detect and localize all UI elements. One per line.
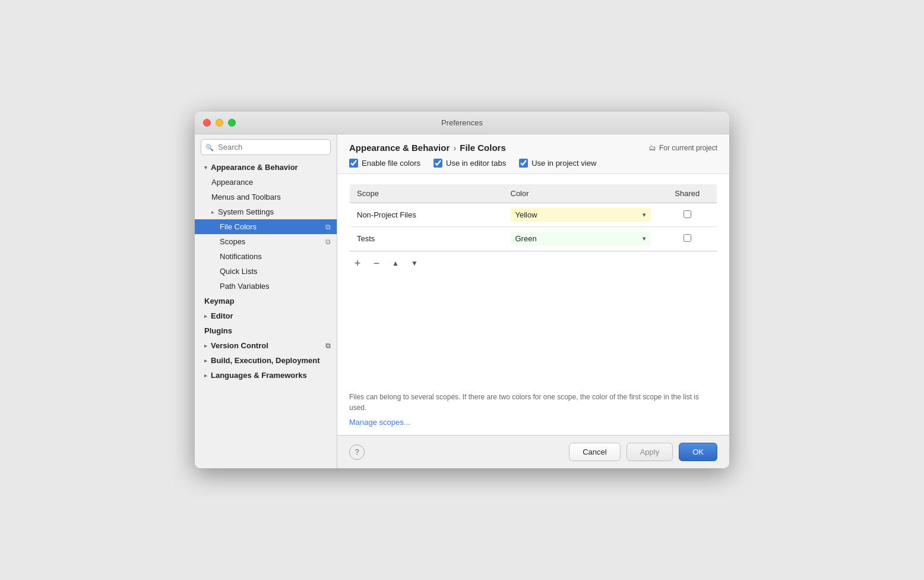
- sidebar-item-label: Path Variables: [220, 282, 270, 291]
- color-cell-yellow[interactable]: Yellow ▾: [504, 203, 658, 227]
- chevron-down-icon: ▾: [204, 165, 207, 171]
- sidebar-item-label: Languages & Frameworks: [211, 371, 307, 380]
- move-down-button[interactable]: ▼: [406, 255, 423, 272]
- sidebar-item-plugins[interactable]: Plugins: [195, 323, 337, 338]
- window-body: 🔍 ▾ Appearance & Behavior Appearance Men…: [195, 134, 729, 468]
- sidebar-item-build-exec-deploy[interactable]: ▸ Build, Execution, Deployment: [195, 353, 337, 368]
- table-area: Scope Color Shared Non-Project Files: [337, 174, 729, 384]
- minimize-button[interactable]: [216, 119, 223, 127]
- breadcrumb-row: Appearance & Behavior › File Colors 🗂 Fo…: [349, 143, 717, 153]
- sidebar-item-system-settings[interactable]: ▸ System Settings: [195, 204, 337, 219]
- table-row[interactable]: Tests Green ▾: [350, 227, 717, 251]
- footer-buttons: Cancel Apply OK: [569, 443, 717, 461]
- use-in-editor-tabs-input[interactable]: [433, 159, 442, 168]
- copy-icon: ⧉: [325, 238, 331, 246]
- search-input[interactable]: [201, 139, 331, 155]
- sidebar-item-version-control[interactable]: ▸ Version Control ⧉: [195, 338, 337, 353]
- use-in-project-view-checkbox[interactable]: Use in project view: [519, 159, 596, 168]
- remove-button[interactable]: −: [368, 255, 385, 272]
- info-area: Files can belong to several scopes. If t…: [337, 384, 729, 435]
- search-icon: 🔍: [205, 143, 214, 151]
- use-in-editor-tabs-checkbox[interactable]: Use in editor tabs: [433, 159, 506, 168]
- col-header-scope: Scope: [350, 184, 504, 203]
- copy-icon: ⧉: [325, 342, 331, 350]
- apply-button[interactable]: Apply: [626, 443, 673, 461]
- use-in-project-view-input[interactable]: [519, 159, 528, 168]
- enable-file-colors-input[interactable]: [349, 159, 358, 168]
- sidebar-item-keymap[interactable]: Keymap: [195, 294, 337, 308]
- checkboxes-row: Enable file colors Use in editor tabs Us…: [349, 159, 717, 168]
- help-button[interactable]: ?: [349, 445, 365, 460]
- color-cell-green[interactable]: Green ▾: [504, 227, 658, 251]
- sidebar-item-notifications[interactable]: Notifications: [195, 249, 337, 264]
- shared-cell[interactable]: [658, 227, 717, 251]
- for-project-label: For current project: [659, 144, 717, 152]
- sidebar-item-label: Build, Execution, Deployment: [211, 356, 319, 365]
- sidebar-item-path-variables[interactable]: Path Variables: [195, 279, 337, 294]
- window-controls: [203, 119, 236, 127]
- sidebar-item-file-colors[interactable]: File Colors ⧉: [195, 219, 337, 234]
- add-button[interactable]: +: [349, 255, 366, 272]
- search-box[interactable]: 🔍: [201, 139, 331, 155]
- titlebar: Preferences: [195, 112, 729, 134]
- ok-button[interactable]: OK: [679, 443, 717, 461]
- shared-cell[interactable]: [658, 203, 717, 227]
- sidebar-item-languages-frameworks[interactable]: ▸ Languages & Frameworks: [195, 368, 337, 383]
- dropdown-arrow-icon: ▾: [643, 211, 646, 219]
- sidebar-item-label: Quick Lists: [220, 267, 258, 276]
- shared-checkbox[interactable]: [683, 234, 691, 242]
- sidebar-item-label: Notifications: [220, 252, 262, 261]
- scope-cell: Non-Project Files: [350, 203, 504, 227]
- sidebar-item-quick-lists[interactable]: Quick Lists: [195, 264, 337, 279]
- maximize-button[interactable]: [228, 119, 236, 127]
- footer: ? Cancel Apply OK: [337, 435, 729, 468]
- project-icon: 🗂: [649, 144, 656, 152]
- info-text: Files can belong to several scopes. If t…: [349, 392, 717, 413]
- file-colors-table: Scope Color Shared Non-Project Files: [349, 184, 717, 251]
- breadcrumb: Appearance & Behavior › File Colors: [349, 143, 506, 153]
- sidebar-item-label: Appearance: [211, 178, 253, 187]
- chevron-right-icon: ▸: [204, 313, 207, 319]
- breadcrumb-arrow: ›: [453, 143, 456, 153]
- sidebar-item-appearance[interactable]: Appearance: [195, 175, 337, 190]
- move-up-button[interactable]: ▲: [387, 255, 404, 272]
- sidebar-item-scopes[interactable]: Scopes ⧉: [195, 234, 337, 249]
- copy-icon: ⧉: [325, 223, 331, 231]
- chevron-right-icon: ▸: [204, 343, 207, 349]
- sidebar-item-editor[interactable]: ▸ Editor: [195, 308, 337, 323]
- chevron-right-icon: ▸: [211, 209, 214, 215]
- scope-cell: Tests: [350, 227, 504, 251]
- sidebar-item-label: Version Control: [211, 341, 268, 350]
- window-title: Preferences: [441, 118, 483, 127]
- table-row[interactable]: Non-Project Files Yellow ▾: [350, 203, 717, 227]
- sidebar-item-appearance-behavior[interactable]: ▾ Appearance & Behavior: [195, 160, 337, 175]
- sidebar-item-menus-toolbars[interactable]: Menus and Toolbars: [195, 190, 337, 204]
- sidebar-item-label: Menus and Toolbars: [211, 193, 281, 201]
- cancel-button[interactable]: Cancel: [569, 443, 620, 461]
- use-in-editor-tabs-label: Use in editor tabs: [446, 159, 506, 168]
- breadcrumb-parent: Appearance & Behavior: [349, 143, 450, 153]
- dropdown-arrow-icon: ▾: [643, 235, 646, 242]
- sidebar-nav: ▾ Appearance & Behavior Appearance Menus…: [195, 160, 337, 468]
- close-button[interactable]: [203, 119, 211, 127]
- sidebar-item-label: Editor: [211, 311, 233, 320]
- for-project[interactable]: 🗂 For current project: [649, 144, 717, 152]
- use-in-project-view-label: Use in project view: [531, 159, 596, 168]
- breadcrumb-current: File Colors: [460, 143, 506, 153]
- sidebar-item-label: Appearance & Behavior: [211, 163, 298, 172]
- enable-file-colors-checkbox[interactable]: Enable file colors: [349, 159, 420, 168]
- chevron-right-icon: ▸: [204, 373, 207, 379]
- col-header-color: Color: [504, 184, 658, 203]
- sidebar-item-label: Keymap: [204, 297, 235, 305]
- sidebar-item-label: File Colors: [220, 222, 257, 231]
- shared-checkbox[interactable]: [683, 210, 691, 218]
- sidebar: 🔍 ▾ Appearance & Behavior Appearance Men…: [195, 134, 337, 468]
- manage-scopes-link[interactable]: Manage scopes...: [349, 418, 410, 427]
- enable-file-colors-label: Enable file colors: [362, 159, 420, 168]
- table-toolbar: + − ▲ ▼: [349, 251, 717, 275]
- preferences-window: Preferences 🔍 ▾ Appearance & Behavior Ap…: [195, 112, 729, 468]
- sidebar-item-label: Plugins: [204, 326, 232, 335]
- chevron-right-icon: ▸: [204, 358, 207, 364]
- content-header: Appearance & Behavior › File Colors 🗂 Fo…: [337, 134, 729, 174]
- main-content: Appearance & Behavior › File Colors 🗂 Fo…: [337, 134, 729, 468]
